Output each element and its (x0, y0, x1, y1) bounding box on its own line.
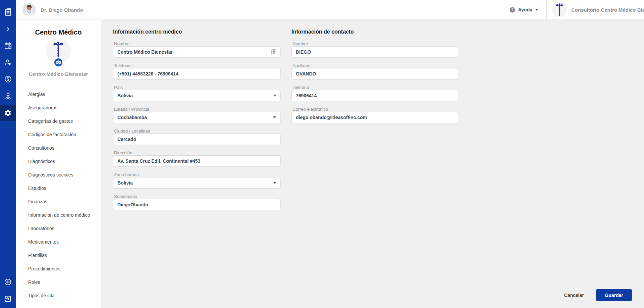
help-label: Ayuda (518, 7, 532, 12)
field-centro-subdominio: SubdominioDiegoObando (113, 194, 281, 210)
logout-icon (4, 295, 12, 303)
doctor-icon (4, 92, 12, 100)
sidebar-item-medicamentos[interactable]: Medicamentos (16, 235, 101, 249)
input-value: Bolivia (117, 93, 133, 98)
clinic-logo (552, 2, 567, 17)
field-label: Subdominio (114, 194, 281, 199)
input-centro-zona-horaria[interactable]: Bolivia (113, 177, 281, 189)
sidebar-item-plantillas[interactable]: Plantillas (16, 249, 101, 262)
sidebar-item-informacion-de-centro-medico[interactable]: Información de centro médico (16, 208, 101, 222)
field-label: País (114, 85, 281, 90)
input-value: Av. Santa Cruz Edif. Continental #453 (117, 158, 200, 164)
rail-item-finances[interactable] (0, 71, 16, 87)
sidebar-item-diagnosticos[interactable]: Diagnósticos (16, 155, 101, 168)
field-label: Teléfono (114, 63, 281, 68)
svg-text:?: ? (511, 8, 513, 12)
field-centro-telefono: Teléfono(+591) 44583226 - 76906414 (113, 63, 281, 80)
user-avatar[interactable] (22, 3, 36, 16)
calendar-clock-icon (4, 42, 12, 50)
main-content: Información centro médico NombreCentro M… (101, 20, 644, 308)
sidebar-clinic-name: Centro Médico Bienestar (16, 71, 101, 77)
clipboard-medical-icon (4, 8, 12, 16)
user-menu[interactable]: Dr. Diego Obando (16, 3, 83, 16)
sidebar-item-roles[interactable]: Roles (16, 275, 101, 289)
input-centro-ciudad-localidad[interactable]: Cercado (113, 134, 281, 145)
input-value: diego.obando@ideasoftinc.com (296, 115, 367, 120)
sidebar-item-aseguradoras[interactable]: Aseguradoras (16, 101, 101, 114)
field-label: Ciudad / Localidad (114, 129, 281, 134)
sidebar-item-estudios[interactable]: Estudios (16, 182, 101, 195)
sidebar-item-diagnosticos-sociales[interactable]: Diagnósticos sociales (16, 168, 101, 182)
section-title-centro: Información centro médico (113, 29, 281, 35)
cancel-button[interactable]: Cancelar (557, 290, 591, 301)
field-centro-pais: PaísBolivia (113, 85, 281, 101)
rail-item-logout[interactable] (0, 291, 16, 307)
rail-item-doctors[interactable] (0, 88, 16, 104)
input-value: Cochabamba (117, 115, 147, 120)
sidebar-item-codigos-de-facturacion[interactable]: Códigos de facturación (16, 128, 101, 141)
sidebar-item-laboratorios[interactable]: Laboratorios (16, 222, 101, 235)
field-contacto-telefono: Teléfono76906414 (291, 85, 458, 101)
dollar-circle-icon (4, 75, 12, 83)
patient-heart-icon (4, 58, 12, 66)
input-contacto-telefono[interactable]: 76906414 (291, 90, 458, 101)
caduceus-icon (555, 3, 564, 16)
field-centro-estado-provincia: Estado / ProvinciaCochabamba (113, 107, 281, 123)
camera-icon (56, 60, 61, 65)
help-menu[interactable]: ? Ayuda (509, 7, 538, 13)
change-photo-button[interactable] (53, 57, 63, 67)
chevron-down-icon (273, 95, 276, 97)
field-label: Correo electrónico (292, 107, 458, 112)
footer-actions: Cancelar Guardar (203, 282, 644, 308)
clinic-label: Consultorio Centro Médico Bienestar (571, 7, 644, 13)
sidebar-item-procedimientos[interactable]: Procedimientos (16, 262, 101, 275)
input-centro-estado-provincia[interactable]: Cochabamba (113, 112, 281, 123)
sidebar-item-finanzas[interactable]: Finanzas (16, 195, 101, 208)
sidebar-menu: AlergiasAseguradorasCategorías de gastos… (16, 88, 101, 302)
sidebar-title: Centro Médico (16, 29, 101, 36)
input-centro-subdominio[interactable]: DiegoObando (113, 199, 281, 210)
field-contacto-apellidos: ApellidosOVANDO (291, 63, 458, 80)
field-label: Estado / Provincia (114, 107, 281, 112)
chevron-down-icon (273, 182, 276, 184)
rail-top-group (0, 0, 16, 121)
help-icon: ? (509, 7, 516, 13)
field-centro-zona-horaria: Zona horariaBolivia (113, 172, 281, 189)
field-centro-ciudad-localidad: Ciudad / LocalidadCercado (113, 129, 281, 145)
fields-centro: NombreCentro Médico BienestarTeléfono(+5… (113, 42, 281, 210)
input-value: Cercado (117, 137, 136, 142)
field-label: Apellidos (292, 63, 458, 68)
field-label: Zona horaria (114, 172, 281, 177)
icon-rail (0, 0, 16, 308)
rail-item-add[interactable] (0, 274, 16, 290)
input-contacto-nombre[interactable]: DIEGO (291, 46, 458, 58)
chevron-right-icon (5, 27, 10, 32)
rail-bottom-group (0, 273, 16, 307)
rail-item-patients[interactable] (0, 54, 16, 70)
plus-circle-icon (4, 278, 12, 286)
field-label: Nombre (292, 42, 458, 46)
input-contacto-apellidos[interactable]: OVANDO (291, 68, 458, 80)
input-value: DIEGO (296, 49, 311, 55)
input-contacto-correo-electronico[interactable]: diego.obando@ideasoftinc.com (291, 112, 458, 123)
field-label: Dirección (114, 151, 281, 155)
input-centro-nombre[interactable]: Centro Médico Bienestar (113, 46, 281, 58)
rail-item-app-logo[interactable] (0, 4, 16, 20)
sidebar-item-categorias-de-gastos[interactable]: Categorías de gastos (16, 114, 101, 128)
input-value: OVANDO (296, 71, 316, 76)
sidebar-item-consultorios[interactable]: Consultorios (16, 141, 101, 155)
input-centro-telefono[interactable]: (+591) 44583226 - 76906414 (113, 68, 281, 80)
rail-item-agenda[interactable] (0, 38, 16, 54)
input-centro-pais[interactable]: Bolivia (113, 90, 281, 101)
chevron-down-icon (273, 116, 276, 118)
input-centro-direccion[interactable]: Av. Santa Cruz Edif. Continental #453 (113, 155, 281, 167)
rail-item-expand[interactable] (0, 21, 16, 37)
field-label: Teléfono (292, 85, 458, 90)
save-button[interactable]: Guardar (596, 289, 632, 301)
autofill-icon (271, 49, 276, 55)
rail-item-settings[interactable] (0, 105, 16, 121)
sidebar-item-tipos-de-cita[interactable]: Tipos de cita (16, 289, 101, 302)
input-value: 76906414 (296, 93, 317, 98)
sidebar-item-alergias[interactable]: Alergias (16, 88, 101, 101)
sidebar: Centro Médico Centro Médico Bienestar Al… (16, 20, 101, 308)
